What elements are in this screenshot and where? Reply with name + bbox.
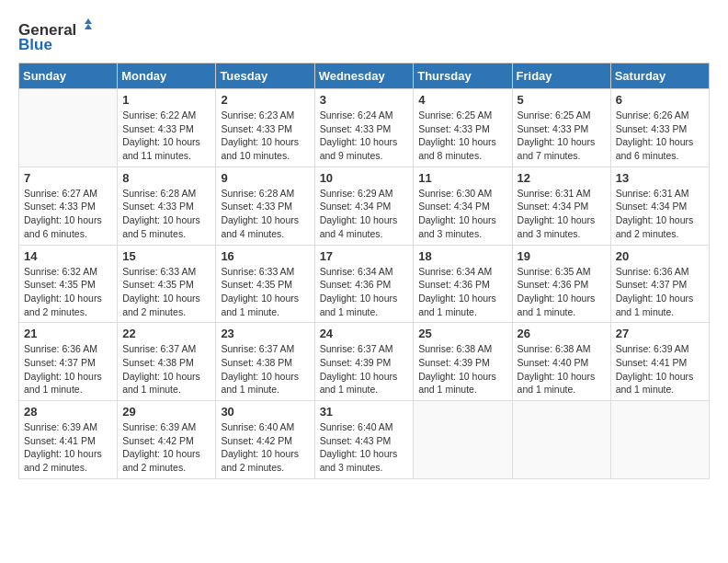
day-info: Sunrise: 6:35 AMSunset: 4:36 PMDaylight:…	[518, 265, 606, 319]
calendar-cell: 23Sunrise: 6:37 AMSunset: 4:38 PMDayligh…	[216, 323, 314, 401]
day-number: 1	[122, 93, 210, 107]
day-number: 16	[221, 249, 309, 263]
day-info: Sunrise: 6:31 AMSunset: 4:34 PMDaylight:…	[616, 187, 704, 241]
weekday-header: Friday	[512, 63, 610, 89]
calendar-cell: 22Sunrise: 6:37 AMSunset: 4:38 PMDayligh…	[118, 323, 216, 401]
day-info: Sunrise: 6:23 AMSunset: 4:33 PMDaylight:…	[221, 109, 309, 163]
weekday-header: Sunday	[19, 63, 118, 89]
calendar-cell: 8Sunrise: 6:28 AMSunset: 4:33 PMDaylight…	[118, 167, 216, 245]
day-number: 2	[221, 93, 309, 107]
day-number: 4	[418, 93, 506, 107]
calendar-cell: 31Sunrise: 6:40 AMSunset: 4:43 PMDayligh…	[314, 401, 414, 479]
logo: General Blue	[18, 18, 92, 53]
day-info: Sunrise: 6:34 AMSunset: 4:36 PMDaylight:…	[320, 265, 409, 319]
weekday-header: Monday	[118, 63, 216, 89]
day-number: 31	[320, 405, 409, 419]
calendar-cell: 19Sunrise: 6:35 AMSunset: 4:36 PMDayligh…	[512, 245, 610, 323]
page-header: General Blue	[18, 18, 710, 53]
calendar-cell: 28Sunrise: 6:39 AMSunset: 4:41 PMDayligh…	[19, 401, 118, 479]
calendar-cell: 25Sunrise: 6:38 AMSunset: 4:39 PMDayligh…	[414, 323, 512, 401]
day-number: 28	[24, 405, 112, 419]
day-number: 3	[320, 93, 409, 107]
day-info: Sunrise: 6:25 AMSunset: 4:33 PMDaylight:…	[518, 109, 606, 163]
calendar-cell: 20Sunrise: 6:36 AMSunset: 4:37 PMDayligh…	[610, 245, 709, 323]
day-info: Sunrise: 6:33 AMSunset: 4:35 PMDaylight:…	[122, 265, 210, 319]
day-info: Sunrise: 6:27 AMSunset: 4:33 PMDaylight:…	[24, 187, 112, 241]
day-info: Sunrise: 6:37 AMSunset: 4:39 PMDaylight:…	[320, 342, 409, 396]
day-info: Sunrise: 6:26 AMSunset: 4:33 PMDaylight:…	[616, 109, 704, 163]
calendar-cell: 16Sunrise: 6:33 AMSunset: 4:35 PMDayligh…	[216, 245, 314, 323]
day-number: 17	[320, 249, 409, 263]
calendar-week-row: 1Sunrise: 6:22 AMSunset: 4:33 PMDaylight…	[19, 89, 710, 167]
day-info: Sunrise: 6:40 AMSunset: 4:42 PMDaylight:…	[221, 420, 309, 475]
day-number: 23	[221, 327, 309, 340]
day-info: Sunrise: 6:39 AMSunset: 4:41 PMDaylight:…	[24, 420, 112, 475]
calendar-cell	[610, 401, 709, 479]
day-number: 19	[518, 249, 606, 263]
calendar-table: SundayMondayTuesdayWednesdayThursdayFrid…	[18, 63, 710, 479]
calendar-cell: 10Sunrise: 6:29 AMSunset: 4:34 PMDayligh…	[314, 167, 414, 245]
day-info: Sunrise: 6:36 AMSunset: 4:37 PMDaylight:…	[616, 265, 704, 319]
calendar-cell: 26Sunrise: 6:38 AMSunset: 4:40 PMDayligh…	[512, 323, 610, 401]
calendar-cell: 1Sunrise: 6:22 AMSunset: 4:33 PMDaylight…	[118, 89, 216, 167]
weekday-header: Tuesday	[216, 63, 314, 89]
day-number: 10	[320, 171, 409, 185]
calendar-cell	[414, 401, 512, 479]
svg-text:Blue: Blue	[18, 36, 52, 53]
calendar-cell: 29Sunrise: 6:39 AMSunset: 4:42 PMDayligh…	[118, 401, 216, 479]
day-info: Sunrise: 6:37 AMSunset: 4:38 PMDaylight:…	[122, 342, 210, 396]
day-info: Sunrise: 6:25 AMSunset: 4:33 PMDaylight:…	[418, 109, 506, 163]
day-number: 7	[24, 171, 112, 185]
calendar-cell: 11Sunrise: 6:30 AMSunset: 4:34 PMDayligh…	[414, 167, 512, 245]
svg-marker-3	[85, 24, 92, 29]
day-info: Sunrise: 6:34 AMSunset: 4:36 PMDaylight:…	[418, 265, 506, 319]
day-info: Sunrise: 6:40 AMSunset: 4:43 PMDaylight:…	[320, 420, 409, 475]
day-number: 18	[418, 249, 506, 263]
calendar-cell: 13Sunrise: 6:31 AMSunset: 4:34 PMDayligh…	[610, 167, 709, 245]
day-number: 20	[616, 249, 704, 263]
calendar-cell: 14Sunrise: 6:32 AMSunset: 4:35 PMDayligh…	[19, 245, 118, 323]
day-info: Sunrise: 6:24 AMSunset: 4:33 PMDaylight:…	[320, 109, 409, 163]
calendar-cell: 6Sunrise: 6:26 AMSunset: 4:33 PMDaylight…	[610, 89, 709, 167]
calendar-week-row: 21Sunrise: 6:36 AMSunset: 4:37 PMDayligh…	[19, 323, 710, 401]
day-number: 21	[24, 327, 112, 340]
calendar-cell: 21Sunrise: 6:36 AMSunset: 4:37 PMDayligh…	[19, 323, 118, 401]
calendar-cell: 3Sunrise: 6:24 AMSunset: 4:33 PMDaylight…	[314, 89, 414, 167]
day-number: 22	[122, 327, 210, 340]
day-info: Sunrise: 6:38 AMSunset: 4:39 PMDaylight:…	[418, 342, 506, 396]
day-number: 9	[221, 171, 309, 185]
calendar-cell	[512, 401, 610, 479]
day-number: 15	[122, 249, 210, 263]
day-info: Sunrise: 6:29 AMSunset: 4:34 PMDaylight:…	[320, 187, 409, 241]
day-number: 8	[122, 171, 210, 185]
calendar-cell: 30Sunrise: 6:40 AMSunset: 4:42 PMDayligh…	[216, 401, 314, 479]
day-number: 6	[616, 93, 704, 107]
calendar-cell: 27Sunrise: 6:39 AMSunset: 4:41 PMDayligh…	[610, 323, 709, 401]
calendar-week-row: 7Sunrise: 6:27 AMSunset: 4:33 PMDaylight…	[19, 167, 710, 245]
weekday-header: Saturday	[610, 63, 709, 89]
calendar-cell: 5Sunrise: 6:25 AMSunset: 4:33 PMDaylight…	[512, 89, 610, 167]
day-number: 12	[518, 171, 606, 185]
day-number: 24	[320, 327, 409, 340]
day-info: Sunrise: 6:36 AMSunset: 4:37 PMDaylight:…	[24, 342, 112, 396]
calendar-week-row: 14Sunrise: 6:32 AMSunset: 4:35 PMDayligh…	[19, 245, 710, 323]
day-info: Sunrise: 6:28 AMSunset: 4:33 PMDaylight:…	[221, 187, 309, 241]
weekday-header: Wednesday	[314, 63, 414, 89]
calendar-cell: 2Sunrise: 6:23 AMSunset: 4:33 PMDaylight…	[216, 89, 314, 167]
day-info: Sunrise: 6:38 AMSunset: 4:40 PMDaylight:…	[518, 342, 606, 396]
calendar-cell: 17Sunrise: 6:34 AMSunset: 4:36 PMDayligh…	[314, 245, 414, 323]
day-info: Sunrise: 6:22 AMSunset: 4:33 PMDaylight:…	[122, 109, 210, 163]
day-info: Sunrise: 6:32 AMSunset: 4:35 PMDaylight:…	[24, 265, 112, 319]
day-info: Sunrise: 6:33 AMSunset: 4:35 PMDaylight:…	[221, 265, 309, 319]
day-info: Sunrise: 6:28 AMSunset: 4:33 PMDaylight:…	[122, 187, 210, 241]
weekday-header: Thursday	[414, 63, 512, 89]
day-info: Sunrise: 6:39 AMSunset: 4:41 PMDaylight:…	[616, 342, 704, 396]
day-info: Sunrise: 6:30 AMSunset: 4:34 PMDaylight:…	[418, 187, 506, 241]
day-number: 30	[221, 405, 309, 419]
day-number: 14	[24, 249, 112, 263]
day-number: 5	[518, 93, 606, 107]
day-number: 26	[518, 327, 606, 340]
day-number: 27	[616, 327, 704, 340]
calendar-cell: 9Sunrise: 6:28 AMSunset: 4:33 PMDaylight…	[216, 167, 314, 245]
calendar-cell: 24Sunrise: 6:37 AMSunset: 4:39 PMDayligh…	[314, 323, 414, 401]
